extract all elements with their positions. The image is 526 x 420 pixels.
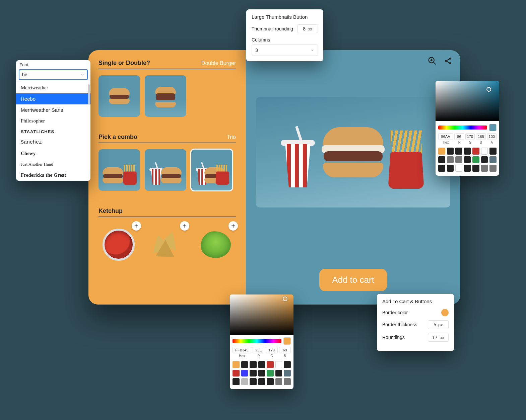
color-swatch[interactable] — [472, 156, 479, 163]
hex-input[interactable]: 56AA — [438, 133, 453, 140]
color-swatch[interactable] — [481, 148, 488, 155]
color-swatch[interactable] — [489, 156, 497, 163]
popover-title: Add To Cart & Buttons — [382, 299, 449, 304]
color-swatch[interactable] — [438, 165, 445, 172]
color-swatch[interactable] — [241, 378, 248, 385]
color-swatch[interactable] — [233, 378, 240, 385]
font-option[interactable]: Heebo — [16, 93, 90, 104]
color-swatch[interactable] — [250, 361, 257, 368]
g-input[interactable]: 170 — [465, 133, 475, 140]
scrollbar[interactable] — [88, 84, 90, 104]
color-swatch[interactable] — [233, 361, 240, 368]
font-option[interactable]: Sanchez — [16, 137, 90, 148]
color-swatch[interactable] — [489, 148, 497, 155]
addon-lettuce[interactable]: + — [195, 223, 236, 266]
color-swatch[interactable] — [455, 156, 462, 163]
color-swatch[interactable] — [275, 378, 282, 385]
color-swatch[interactable] — [267, 378, 274, 385]
color-swatch[interactable] — [481, 156, 488, 163]
border-color-swatch[interactable] — [441, 309, 449, 316]
color-swatch[interactable] — [284, 378, 291, 385]
color-swatch[interactable] — [241, 361, 248, 368]
app-main-card: Single or Double? Double Burger Pick a c… — [88, 50, 460, 305]
color-swatch[interactable] — [455, 148, 462, 155]
color-swatch[interactable] — [464, 165, 471, 172]
color-swatch[interactable] — [447, 156, 454, 163]
gradient-cursor[interactable] — [486, 87, 491, 92]
hex-input[interactable]: FFB345 — [233, 347, 251, 353]
color-swatch[interactable] — [447, 148, 454, 155]
color-swatch[interactable] — [455, 165, 462, 172]
color-swatch[interactable] — [258, 361, 265, 368]
popover-title: Large Thumbnails Button — [252, 14, 318, 20]
font-combobox[interactable] — [19, 69, 88, 80]
color-gradient-area[interactable] — [230, 295, 293, 335]
g-input[interactable]: 179 — [266, 347, 277, 353]
unit: px — [440, 335, 444, 340]
b-input[interactable]: 185 — [476, 133, 485, 140]
plus-icon[interactable]: + — [228, 221, 238, 231]
font-option[interactable]: STAATLICHES — [16, 127, 90, 137]
font-option[interactable]: Just Another Hand — [16, 159, 90, 170]
color-swatch[interactable] — [464, 156, 471, 163]
color-swatch[interactable] — [464, 148, 471, 155]
color-swatch[interactable] — [438, 156, 445, 163]
option-combo-burger-fries[interactable] — [98, 149, 140, 191]
thumbnail-rounding-input[interactable]: 8 px — [297, 24, 318, 33]
color-swatch[interactable] — [472, 148, 479, 155]
add-to-cart-button[interactable]: Add to cart — [319, 269, 387, 291]
font-option[interactable]: Fredericka the Great — [16, 170, 90, 181]
a-input[interactable]: 100 — [487, 133, 497, 140]
color-swatch[interactable] — [472, 165, 479, 172]
color-swatch[interactable] — [284, 370, 291, 377]
color-swatch[interactable] — [258, 378, 265, 385]
option-combo-cup-burger[interactable] — [145, 149, 186, 191]
plus-icon[interactable]: + — [180, 221, 189, 231]
buttons-settings-popover: Add To Cart & Buttons Border color Borde… — [377, 294, 454, 351]
color-swatch[interactable] — [275, 361, 282, 368]
b-input[interactable]: 69 — [279, 347, 291, 353]
color-swatch[interactable] — [481, 165, 488, 172]
font-option[interactable]: Chewy — [16, 148, 90, 159]
color-swatch[interactable] — [489, 165, 497, 172]
color-swatch[interactable] — [275, 370, 282, 377]
b-label: B — [476, 141, 486, 144]
addon-nachos[interactable]: + — [147, 223, 188, 266]
color-swatch[interactable] — [233, 370, 240, 377]
color-swatch[interactable] — [241, 370, 248, 377]
zoom-in-icon[interactable] — [428, 56, 437, 66]
hex-label: Hex — [438, 141, 453, 144]
plus-icon[interactable]: + — [132, 221, 141, 231]
r-label: R — [253, 354, 264, 358]
color-swatch[interactable] — [267, 370, 274, 377]
font-option[interactable]: Merriweather — [16, 82, 90, 93]
roundings-input[interactable]: 17 px — [428, 333, 449, 342]
color-swatch[interactable] — [284, 361, 291, 368]
font-option[interactable]: Merriweather Sans — [16, 104, 90, 115]
color-swatch[interactable] — [438, 148, 445, 155]
font-search-input[interactable] — [22, 72, 72, 77]
swatch-grid-2 — [230, 360, 293, 385]
color-swatch[interactable] — [250, 378, 257, 385]
color-gradient-area[interactable] — [436, 81, 499, 121]
color-swatch[interactable] — [250, 370, 257, 377]
color-swatch[interactable] — [258, 370, 265, 377]
font-option[interactable]: Philosopher — [16, 115, 90, 127]
r-input[interactable]: 255 — [253, 347, 264, 353]
share-icon[interactable] — [444, 56, 453, 66]
gradient-cursor[interactable] — [283, 297, 287, 301]
addon-ketchup[interactable]: + — [98, 223, 139, 266]
r-input[interactable]: 86 — [454, 133, 464, 140]
swatch-grid-1 — [436, 146, 499, 172]
color-swatch[interactable] — [267, 361, 274, 368]
option-single-burger[interactable] — [98, 75, 140, 117]
color-swatch[interactable] — [447, 165, 454, 172]
section-combo: Pick a combo Trio — [98, 134, 236, 191]
option-combo-trio[interactable] — [191, 149, 233, 191]
value: 17 — [432, 335, 438, 340]
columns-select[interactable]: 3 — [252, 45, 318, 56]
hue-slider[interactable] — [438, 125, 487, 130]
hue-slider[interactable] — [233, 339, 281, 343]
border-thickness-input[interactable]: 5 px — [428, 320, 449, 329]
option-double-burger[interactable] — [145, 75, 186, 117]
